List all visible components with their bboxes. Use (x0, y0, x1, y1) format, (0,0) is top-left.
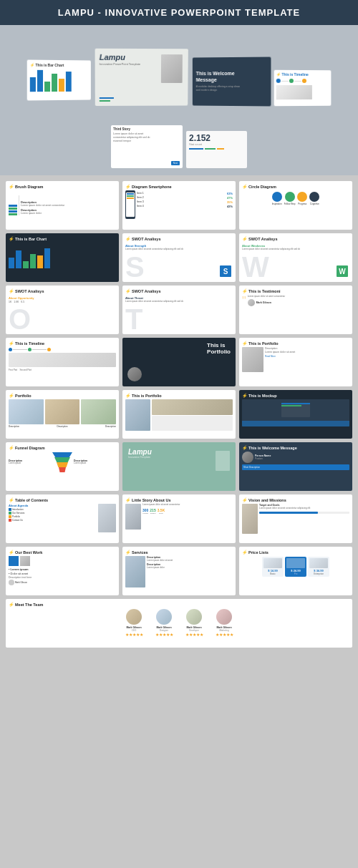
slide-thumb-services[interactable]: ⚡Services Description Lorem ipsum dolor … (122, 547, 236, 595)
hero-slide-stats: 2.152 Stat count (186, 131, 247, 168)
slide-thumb-portfolio-dark[interactable]: This isPortfolio (122, 338, 236, 386)
hero-slide-barchart: ⚡ This is Bar Chart (26, 59, 90, 100)
slide-thumb-swot-t[interactable]: ⚡SWOT Analisys T About Threat Lorem ipsu… (122, 286, 236, 334)
hero-section: ⚡ This is Bar Chart Lampu Innovative Pow… (0, 25, 358, 175)
slide-thumb-toc[interactable]: ⚡Table of Contents About Agenda Introduc… (6, 494, 119, 543)
slide-thumb-team[interactable]: ⚡Meet The Team Mark Gibson CEO ★★★★★ Mar… (6, 599, 352, 648)
slide-thumb-circle[interactable]: ⚡Circle Diagram Inspiration Follow Step … (239, 181, 352, 230)
slide-thumb-portfolio-mixed[interactable]: ⚡This is Portfolio (122, 390, 236, 439)
slide-thumb-welcome-dark[interactable]: ⚡This is Welcome Message Person Name Pos… (239, 442, 352, 491)
page-header: LAMPU - INNOVATIVE POWERPOINT TEMPLATE (0, 0, 358, 25)
slide-thumb-funnel[interactable]: ⚡Funnel Diagram Description Lorem ipsum … (6, 442, 119, 491)
slide-thumb-swot-o[interactable]: ⚡SWOT Analisys O About Opportunity 1K 1.… (6, 286, 119, 334)
slide-thumb-swot-s[interactable]: ⚡SWOT Analisys S About Strength Lorem ip… (122, 233, 236, 282)
slides-grid: ⚡Brush Diagram Description Lorem ipsum d… (0, 175, 358, 653)
slide-thumb-cover-teal[interactable]: Lampu Innovative Template (122, 442, 236, 491)
slide-thumb-bestwork[interactable]: ⚡Our Best Work • Lorem ipsum • Dolor sit… (6, 547, 119, 595)
slide-thumb-smartphone[interactable]: ⚡Diagram Smartphone Item 163% Item 247% … (122, 181, 236, 230)
slide-thumb-testimoni[interactable]: ⚡This is Testimoni " Lorem ipsum dolor s… (239, 286, 352, 334)
slide-thumb-timeline[interactable]: ⚡This is Timeline First Part Second Part (6, 338, 119, 386)
slide-thumb-swot-w[interactable]: ⚡SWOT Analisys W About Weakness Lorem ip… (239, 233, 352, 282)
slide-thumb-barchart-dark[interactable]: ⚡This is Bar Chart (6, 233, 119, 282)
hero-slide-welcome: This is WelcomeMessage A modular desktop… (192, 57, 271, 106)
slide-thumb-portfolio-3img[interactable]: ⚡Portfolio Description Description Descr… (6, 390, 119, 439)
slide-thumb-story-about[interactable]: ⚡Little Story About Us Lorem ipsum dolor… (122, 494, 236, 543)
hero-slide-story: Third Story Lorem ipsum dolor sit amet c… (111, 125, 183, 168)
slide-thumb-mockup[interactable]: ⚡This is Mockup (239, 390, 352, 439)
hero-slide-cover: Lampu Innovative PowerPoint Template (95, 48, 188, 105)
hero-slide-timeline: ⚡ This is Timeline (274, 69, 331, 106)
slide-thumb-portfolio-light[interactable]: ⚡This is Portfolio DescriptionLorem ipsu… (239, 338, 352, 386)
slide-thumb-brush[interactable]: ⚡Brush Diagram Description Lorem ipsum d… (6, 181, 119, 230)
header-title: LAMPU - INNOVATIVE POWERPOINT TEMPLATE (58, 7, 300, 18)
slide-thumb-vision[interactable]: ⚡Vision and Missions Target and Goals Lo… (239, 494, 352, 543)
slide-thumb-price[interactable]: ⚡Price Lists $ 14.99 Basic $ 24.99 Pro $… (239, 547, 352, 595)
